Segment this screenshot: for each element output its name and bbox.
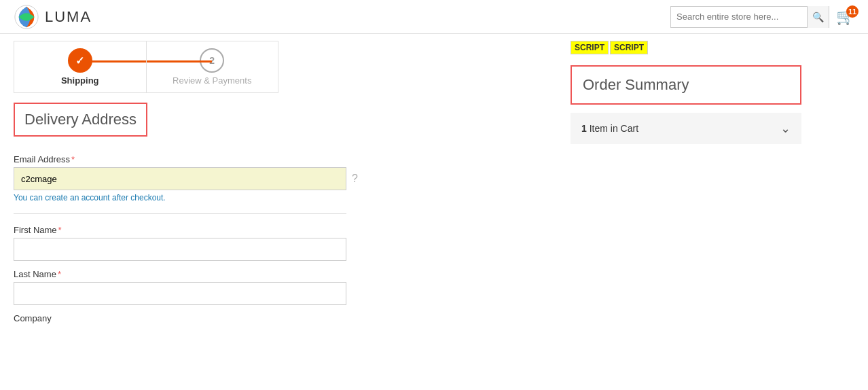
cart-summary-count: 1 xyxy=(581,123,587,134)
step-shipping[interactable]: ✓ Shipping xyxy=(14,41,147,92)
email-required-star: * xyxy=(71,154,75,164)
form-section: Email Address* ? You can create an accou… xyxy=(14,154,543,323)
logo-icon xyxy=(14,4,39,30)
progress-steps: ✓ Shipping 2 Review & Payments xyxy=(14,41,278,93)
last-name-required-star: * xyxy=(58,269,61,279)
first-name-required-star: * xyxy=(58,225,62,235)
step-1-label: Shipping xyxy=(61,75,99,86)
cart-button[interactable]: 🛒 11 xyxy=(836,8,854,26)
first-name-label: First Name* xyxy=(14,225,543,235)
main-container: ✓ Shipping 2 Review & Payments Delivery … xyxy=(0,34,868,345)
left-panel: ✓ Shipping 2 Review & Payments Delivery … xyxy=(0,34,557,345)
last-name-field-group: Last Name* xyxy=(14,269,543,305)
logo-area: LUMA xyxy=(14,4,92,30)
search-input[interactable] xyxy=(671,9,807,24)
header-right: 🔍 🛒 11 xyxy=(670,6,854,28)
cart-icon-wrap: 🛒 11 xyxy=(836,8,854,26)
cart-count-badge: 11 xyxy=(846,5,858,18)
last-name-input[interactable] xyxy=(14,282,346,305)
cart-summary-text: 1 Item in Cart xyxy=(581,123,638,134)
email-field-row: ? xyxy=(14,167,543,190)
logo-text: LUMA xyxy=(45,8,92,26)
search-icon: 🔍 xyxy=(812,12,824,22)
step-2-label: Review & Payments xyxy=(173,75,251,86)
email-hint-text: You can create an account after checkout… xyxy=(14,193,543,202)
cart-summary-bar[interactable]: 1 Item in Cart ⌄ xyxy=(571,113,801,144)
email-label: Email Address* xyxy=(14,154,543,164)
email-field-group: Email Address* ? You can create an accou… xyxy=(14,154,543,202)
order-summary-box: Order Summary xyxy=(571,65,801,105)
script-badge-row: SCRIPT SCRIPT xyxy=(571,41,801,54)
delivery-address-title: Delivery Address xyxy=(24,111,137,128)
first-name-field-group: First Name* xyxy=(14,225,543,261)
header: LUMA 🔍 🛒 11 xyxy=(0,0,868,34)
first-name-input[interactable] xyxy=(14,238,346,261)
step-review-payments[interactable]: 2 Review & Payments xyxy=(147,41,278,92)
company-field-group: Company xyxy=(14,313,543,323)
search-bar: 🔍 xyxy=(670,6,829,28)
cart-expand-chevron-icon[interactable]: ⌄ xyxy=(780,121,791,136)
email-input[interactable] xyxy=(14,167,346,190)
form-divider xyxy=(14,213,346,214)
order-summary-title: Order Summary xyxy=(583,76,789,94)
script-badge-2: SCRIPT xyxy=(610,41,648,54)
search-button[interactable]: 🔍 xyxy=(807,6,829,28)
script-badge-1: SCRIPT xyxy=(571,41,609,54)
company-label: Company xyxy=(14,313,543,323)
last-name-label: Last Name* xyxy=(14,269,543,279)
cart-item-in-cart-text: Item in Cart xyxy=(590,123,638,134)
right-panel: SCRIPT SCRIPT Order Summary 1 Item in Ca… xyxy=(557,34,815,345)
email-help-icon[interactable]: ? xyxy=(352,173,358,185)
delivery-address-box: Delivery Address xyxy=(14,103,147,137)
